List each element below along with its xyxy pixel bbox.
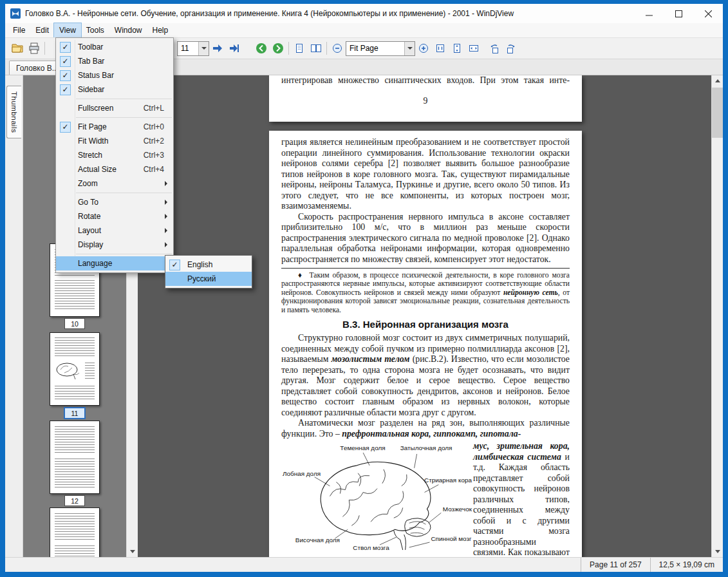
thumbnail-label-11[interactable]: 11 xyxy=(64,407,86,419)
thumbnail-label-12[interactable]: 12 xyxy=(64,495,85,506)
print-button[interactable] xyxy=(26,40,42,57)
window-title: Головко В.А. - Нейронные сети. Обучение,… xyxy=(25,9,634,18)
menu-item-toolbar[interactable]: ✓Toolbar xyxy=(56,40,173,54)
forward-button[interactable] xyxy=(270,40,286,57)
menu-item-fullscreen[interactable]: FullscreenCtrl+L xyxy=(56,101,173,115)
page-number-combo[interactable]: 11 xyxy=(177,41,209,56)
scroll-down-arrow[interactable] xyxy=(712,546,723,557)
document-scrollbar[interactable] xyxy=(711,75,723,557)
fit-width-button[interactable] xyxy=(465,40,482,57)
back-icon xyxy=(255,42,268,55)
section-heading: В.3. Нейронная организация мозга xyxy=(281,319,570,330)
menu-item-fit-width[interactable]: Fit WidthCtrl+2 xyxy=(56,134,173,148)
submenu-arrow-icon xyxy=(165,200,167,205)
page-number-value: 11 xyxy=(178,44,198,53)
body-paragraph: мус, зрительная кора, лимбическая систем… xyxy=(473,441,570,557)
menu-tools[interactable]: Tools xyxy=(81,23,109,37)
minimize-button[interactable] xyxy=(634,4,664,23)
thumbnail-page-12[interactable] xyxy=(50,421,100,494)
zoom-out-button[interactable] xyxy=(329,40,346,57)
thumbnails-tab-label: Thumbnails xyxy=(10,91,18,133)
combo-arrow-icon[interactable] xyxy=(198,42,209,55)
maximize-button[interactable] xyxy=(664,4,693,23)
facing-pages-layout-button[interactable] xyxy=(308,40,324,57)
menu-bar: File Edit View Tools Window Help xyxy=(5,23,723,37)
actual-size-button[interactable] xyxy=(432,40,449,57)
toolbar-separator xyxy=(44,42,45,55)
menu-item-go-to[interactable]: Go To xyxy=(56,195,173,209)
fig-label-spinal-cord: Спинной мозг xyxy=(431,535,472,542)
combo-arrow-icon[interactable] xyxy=(404,42,415,55)
app-window: Головко В.А. - Нейронные сети. Обучение,… xyxy=(0,0,728,577)
last-page-button[interactable] xyxy=(226,40,243,57)
menu-item-layout[interactable]: Layout xyxy=(56,223,173,238)
app-icon xyxy=(10,8,21,19)
scroll-up-arrow[interactable] xyxy=(712,75,723,86)
brain-figure: Лобная доля Теменная доля Затылочная дол… xyxy=(281,441,473,557)
open-folder-icon xyxy=(11,42,24,55)
fit-page-button[interactable] xyxy=(449,40,465,57)
scrollbar-thumb[interactable] xyxy=(712,88,723,138)
thumbnail-label-10[interactable]: 10 xyxy=(64,318,85,329)
single-page-layout-button[interactable] xyxy=(291,40,308,57)
view-menu-popup: ✓Toolbar ✓Tab Bar ✓Status Bar ✓Sidebar F… xyxy=(55,37,174,273)
checkmark-icon: ✓ xyxy=(60,122,71,133)
submenu-arrow-icon xyxy=(165,181,167,186)
body-paragraph: Структурно головной мозг состоит из двух… xyxy=(281,333,570,418)
note-paragraph: ♦ Таким образом, в процессе психической … xyxy=(281,271,570,314)
thumbnail-page-13[interactable] xyxy=(50,507,100,557)
sidebar-strip: Thumbnails xyxy=(5,75,23,557)
body-paragraph: Анатомически мозг разделен на ряд зон, в… xyxy=(281,418,570,439)
menu-separator xyxy=(76,254,172,254)
menu-item-rotate[interactable]: Rotate xyxy=(56,209,173,223)
menu-file[interactable]: File xyxy=(8,23,30,37)
menu-item-english[interactable]: ✓English xyxy=(165,258,252,272)
menu-item-fit-page[interactable]: ✓Fit PageCtrl+0 xyxy=(56,120,173,134)
menu-edit[interactable]: Edit xyxy=(30,23,54,37)
status-page-size: 12,5 × 19,09 cm xyxy=(650,558,723,572)
menu-window[interactable]: Window xyxy=(109,23,147,37)
open-button[interactable] xyxy=(9,40,26,57)
actual-size-icon xyxy=(434,42,447,55)
menu-separator xyxy=(76,117,172,118)
menu-item-stretch[interactable]: StretchCtrl+3 xyxy=(56,148,173,162)
menu-separator xyxy=(76,99,172,99)
facing-pages-icon xyxy=(310,42,322,55)
menu-item-status-bar[interactable]: ✓Status Bar xyxy=(56,68,173,82)
sidebar-tab-thumbnails[interactable]: Thumbnails xyxy=(6,86,21,138)
previous-page-text: интегрировав множество синаптических вхо… xyxy=(281,75,570,86)
menu-item-display[interactable]: Display xyxy=(56,238,173,252)
fit-page-icon xyxy=(451,42,463,55)
document-tab-label: Головко В... xyxy=(16,64,59,73)
checkmark-icon: ✓ xyxy=(60,84,71,95)
back-button[interactable] xyxy=(253,40,270,57)
close-button[interactable] xyxy=(693,4,723,23)
fit-width-icon xyxy=(467,42,480,55)
menu-item-actual-size[interactable]: Actual SizeCtrl+4 xyxy=(56,162,173,176)
body-paragraph: Скорость распространения нервного импуль… xyxy=(281,212,570,265)
zoom-mode-combo[interactable]: Fit Page xyxy=(346,41,415,56)
menu-item-sidebar[interactable]: ✓Sidebar xyxy=(56,82,173,97)
zoom-in-button[interactable] xyxy=(415,40,432,57)
scroll-down-arrow[interactable] xyxy=(127,546,138,557)
thumbnail-page-11[interactable] xyxy=(50,332,100,406)
next-page-button[interactable] xyxy=(209,40,226,57)
menu-help[interactable]: Help xyxy=(147,23,174,37)
status-bar: Page 11 of 257 12,5 × 19,09 cm xyxy=(5,557,723,572)
document-area: интегрировав множество синаптических вхо… xyxy=(138,75,711,557)
menu-item-tab-bar[interactable]: ✓Tab Bar xyxy=(56,54,173,68)
menu-item-zoom[interactable]: Zoom xyxy=(56,176,173,191)
rotate-right-button[interactable] xyxy=(503,40,519,57)
last-page-icon xyxy=(228,42,241,55)
menu-item-russian[interactable]: Русский xyxy=(165,272,252,286)
rotate-right-icon xyxy=(505,42,518,55)
thumbnail-brain-image xyxy=(54,361,82,381)
submenu-arrow-icon xyxy=(165,228,167,233)
single-page-icon xyxy=(293,42,306,55)
title-bar: Головко В.А. - Нейронные сети. Обучение,… xyxy=(5,4,723,23)
zoom-mode-value: Fit Page xyxy=(346,44,404,53)
menu-item-language[interactable]: Language xyxy=(56,256,173,270)
rotate-left-button[interactable] xyxy=(486,40,503,57)
divider-rule xyxy=(281,268,570,269)
menu-view[interactable]: View xyxy=(54,23,81,37)
